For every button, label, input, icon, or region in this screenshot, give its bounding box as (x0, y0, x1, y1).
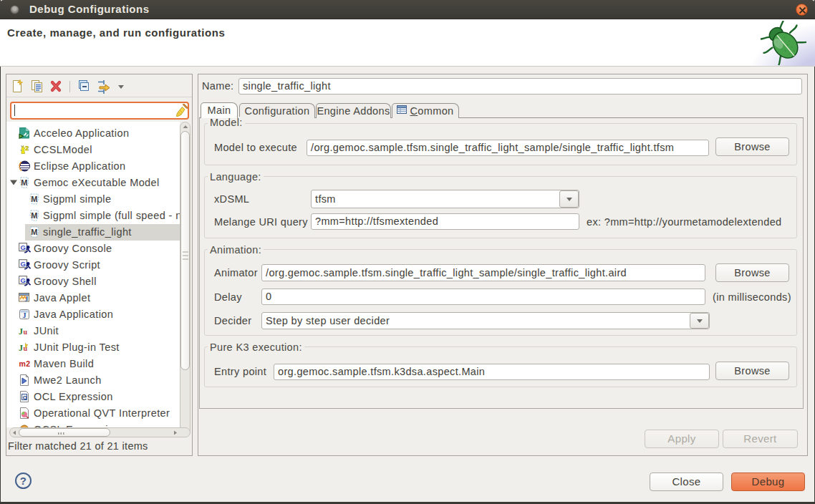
svg-text:M: M (31, 228, 38, 236)
svg-text:J: J (23, 311, 26, 319)
svg-text:M: M (21, 178, 28, 187)
svg-text:u: u (24, 328, 28, 336)
svg-text:G: G (21, 260, 26, 268)
svg-text:J: J (19, 326, 23, 336)
svg-text:J: J (19, 343, 23, 353)
svg-text:G: G (21, 276, 26, 284)
svg-text:2: 2 (25, 144, 29, 152)
svg-text:m2: m2 (19, 359, 31, 368)
svg-text:M: M (31, 211, 38, 220)
svg-text:O: O (23, 394, 28, 401)
svg-text:J: J (25, 296, 29, 303)
svg-text:G: G (21, 243, 26, 251)
svg-text:M: M (31, 195, 38, 203)
